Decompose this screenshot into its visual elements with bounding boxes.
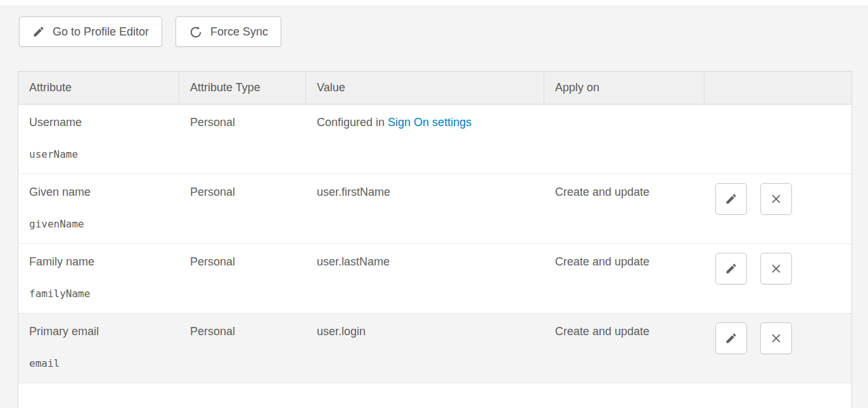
header-apply-on: Apply on	[544, 72, 705, 105]
attribute-label: Primary email	[29, 324, 174, 339]
attribute-cell: Primary email email	[18, 314, 179, 383]
attribute-cell: Given name givenName	[18, 174, 179, 244]
row-actions	[715, 323, 802, 336]
close-icon	[770, 332, 782, 345]
value-text: user.lastName	[317, 255, 390, 268]
attribute-type-cell: Personal	[179, 105, 306, 174]
apply-on-value: Create and update	[555, 255, 649, 268]
pencil-icon	[725, 332, 737, 345]
remove-attribute-button[interactable]	[760, 183, 792, 215]
apply-on-cell: Create and update	[544, 174, 705, 244]
table-body: Username userName Personal Configured in…	[18, 105, 852, 408]
actions-cell	[705, 314, 852, 383]
attribute-variable-name: familyName	[29, 286, 174, 301]
header-attribute: Attribute	[18, 72, 179, 105]
row-actions	[715, 184, 802, 196]
actions-cell	[705, 244, 852, 314]
value-cell: user.login	[306, 314, 544, 383]
value-cell: Configured inSign On settings	[306, 105, 544, 174]
apply-on-value: Create and update	[555, 325, 649, 338]
pencil-icon	[32, 25, 45, 38]
table-header-row: Attribute Attribute Type Value Apply on	[18, 72, 852, 105]
force-sync-button[interactable]: Force Sync	[176, 16, 281, 47]
force-sync-label: Force Sync	[210, 25, 268, 39]
sign-on-settings-link[interactable]: Sign On settings	[388, 116, 471, 129]
attribute-type-cell: Personal	[179, 244, 306, 314]
header-value: Value	[306, 72, 544, 105]
attribute-cell: Family name familyName	[18, 244, 179, 314]
attribute-mappings-table-wrap: Attribute Attribute Type Value Apply on …	[18, 71, 851, 408]
table-row: Family name familyName Personal user.las…	[18, 244, 852, 314]
actions-cell	[705, 105, 852, 174]
attribute-variable-name: email	[29, 356, 174, 371]
header-attribute-type: Attribute Type	[179, 72, 306, 105]
value-text: user.firstName	[317, 186, 390, 198]
attribute-type-value: Personal	[190, 116, 235, 129]
table-row: Given name givenName Personal user.first…	[18, 174, 852, 244]
attribute-type-value: Personal	[190, 255, 235, 268]
table-row: Primary email email Personal user.login …	[18, 314, 852, 383]
close-icon	[770, 193, 782, 205]
refresh-icon	[189, 25, 203, 39]
remove-attribute-button[interactable]	[760, 322, 792, 354]
attribute-cell: Username userName	[18, 105, 179, 174]
attribute-type-value: Personal	[190, 325, 235, 338]
edit-attribute-button[interactable]	[715, 253, 747, 284]
apply-on-cell: Create and update	[544, 244, 705, 314]
value-cell: user.firstName	[306, 174, 544, 244]
attribute-mappings-table: Attribute Attribute Type Value Apply on …	[18, 71, 852, 408]
apply-on-value: Create and update	[555, 186, 649, 198]
attribute-variable-name: givenName	[29, 217, 174, 231]
attribute-type-value: Personal	[190, 186, 235, 198]
value-cell: user.lastName	[306, 244, 544, 314]
value-text: Configured in	[317, 116, 385, 129]
table-row-empty	[18, 383, 852, 408]
top-strip	[0, 0, 868, 5]
go-to-profile-editor-button[interactable]: Go to Profile Editor	[19, 16, 162, 47]
pencil-icon	[725, 262, 737, 275]
attribute-variable-name: userName	[29, 147, 174, 162]
remove-attribute-button[interactable]	[760, 253, 792, 284]
attribute-label: Family name	[29, 255, 174, 269]
edit-attribute-button[interactable]	[715, 183, 747, 215]
table-row: Username userName Personal Configured in…	[18, 105, 852, 174]
header-actions	[705, 72, 852, 105]
apply-on-cell: Create and update	[544, 314, 705, 383]
toolbar: Go to Profile Editor Force Sync	[19, 16, 868, 47]
attribute-label: Username	[29, 115, 174, 130]
attribute-type-cell: Personal	[179, 314, 306, 383]
value-text: user.login	[317, 325, 366, 338]
attribute-label: Given name	[29, 185, 174, 200]
edit-attribute-button[interactable]	[715, 322, 747, 354]
pencil-icon	[725, 193, 737, 205]
close-icon	[770, 262, 782, 275]
attribute-type-cell: Personal	[179, 174, 306, 244]
empty-cell	[18, 383, 852, 408]
actions-cell	[705, 174, 852, 244]
apply-on-cell	[544, 105, 705, 174]
go-to-profile-editor-label: Go to Profile Editor	[53, 25, 149, 39]
row-actions	[715, 253, 802, 266]
